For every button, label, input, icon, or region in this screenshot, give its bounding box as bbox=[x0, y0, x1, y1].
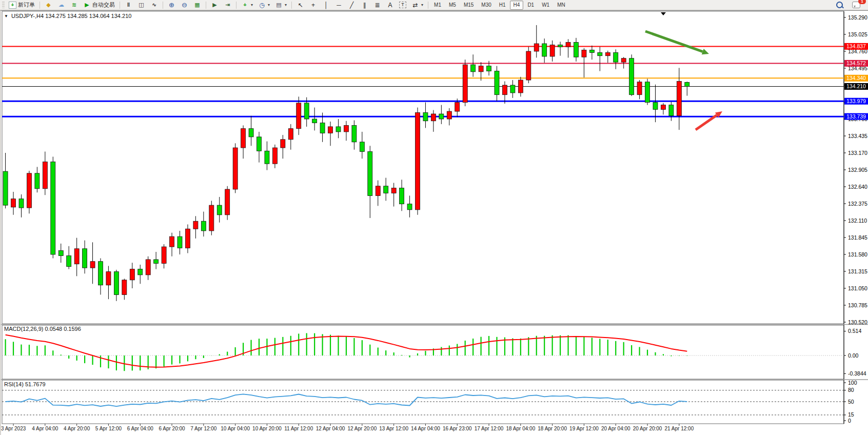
cursor-icon: ↖ bbox=[297, 2, 304, 9]
periods-button[interactable]: ◷▾ bbox=[255, 0, 272, 10]
templates-icon: ▤ bbox=[275, 2, 283, 9]
timeframe-h4[interactable]: H4 bbox=[510, 1, 524, 10]
svg-text:5 Apr 12:00: 5 Apr 12:00 bbox=[95, 426, 122, 431]
crosshair-button[interactable]: + bbox=[307, 0, 320, 10]
timeframe-m1[interactable]: M1 bbox=[430, 1, 445, 10]
templates-caret-icon: ▾ bbox=[285, 3, 287, 7]
timeframe-m15[interactable]: M15 bbox=[460, 1, 477, 10]
toolbar-grip[interactable] bbox=[2, 2, 5, 8]
zoom-in-button[interactable]: ⊕ bbox=[165, 0, 178, 10]
crosshair-icon: + bbox=[309, 2, 317, 9]
rsi-label: RSI(14) 51.7679 bbox=[4, 381, 46, 387]
auto-trading-button[interactable]: ▶自动交易 bbox=[81, 0, 117, 10]
toolbar-right: 1 bbox=[834, 0, 868, 10]
main-toolbar: +新订单◆☁≋▶自动交易‖◫∿⊕⊖▦▶⇥+▾◷▾▤▾↖+│─╱∥≣AT⇄▾ M1… bbox=[0, 0, 868, 10]
svg-text:135.290: 135.290 bbox=[848, 14, 867, 21]
templates-button[interactable]: ▤▾ bbox=[272, 0, 289, 10]
signals-button[interactable]: ≋ bbox=[68, 0, 81, 10]
fibonacci-button[interactable]: ≣ bbox=[371, 0, 384, 10]
svg-text:11 Apr 12:00: 11 Apr 12:00 bbox=[284, 426, 313, 431]
svg-text:50: 50 bbox=[848, 399, 854, 405]
arrows-caret-icon: ▾ bbox=[421, 3, 423, 7]
toolbar-separator bbox=[163, 2, 163, 9]
svg-text:131.845: 131.845 bbox=[848, 234, 867, 241]
svg-text:131.050: 131.050 bbox=[848, 285, 867, 291]
trendline-button[interactable]: ╱ bbox=[345, 0, 358, 10]
timeframe-h1[interactable]: H1 bbox=[496, 1, 509, 10]
arrows-icon: ⇄ bbox=[411, 2, 419, 9]
svg-text:131.580: 131.580 bbox=[848, 251, 867, 258]
gold-button[interactable]: ◆ bbox=[42, 0, 55, 10]
indicators-icon: + bbox=[241, 2, 249, 9]
community-icon: ☁ bbox=[57, 2, 65, 9]
svg-text:14 Apr 04:00: 14 Apr 04:00 bbox=[411, 426, 440, 431]
svg-text:132.375: 132.375 bbox=[848, 201, 867, 207]
svg-text:130.785: 130.785 bbox=[848, 302, 867, 308]
periods-icon: ◷ bbox=[258, 2, 266, 9]
indicators-caret-icon: ▾ bbox=[251, 3, 253, 7]
indicators-button[interactable]: +▾ bbox=[239, 0, 255, 10]
candlestick-chart-button[interactable]: ◫ bbox=[135, 0, 148, 10]
svg-text:80: 80 bbox=[848, 387, 854, 393]
svg-text:21 Apr 12:00: 21 Apr 12:00 bbox=[664, 426, 694, 431]
svg-text:133.435: 133.435 bbox=[848, 133, 867, 139]
search-icon bbox=[836, 2, 843, 8]
zoom-in-icon: ⊕ bbox=[168, 2, 175, 9]
tile-windows-button[interactable]: ▦ bbox=[191, 0, 204, 10]
timeframe-w1[interactable]: W1 bbox=[538, 1, 553, 10]
svg-text:19 Apr 12:00: 19 Apr 12:00 bbox=[569, 426, 599, 431]
notifications-button[interactable]: 1 bbox=[850, 0, 863, 10]
bar-chart-button[interactable]: ‖ bbox=[122, 0, 135, 10]
svg-text:4 Apr 04:00: 4 Apr 04:00 bbox=[32, 426, 58, 431]
chart-canvas[interactable]: 135.290135.025134.760134.495134.230133.9… bbox=[1, 11, 868, 435]
svg-text:132.905: 132.905 bbox=[848, 167, 867, 173]
svg-text:134.210: 134.210 bbox=[846, 83, 866, 89]
notification-badge: 1 bbox=[858, 0, 866, 4]
chart-title: ▼ USDJPY-,H4 134.275 134.285 134.064 134… bbox=[4, 13, 131, 19]
timeframe-mn[interactable]: MN bbox=[554, 1, 569, 10]
horizontal-line-icon: ─ bbox=[335, 2, 343, 9]
text-button[interactable]: A bbox=[384, 0, 397, 10]
auto-scroll-button[interactable]: ▶ bbox=[208, 0, 221, 10]
timeframe-d1[interactable]: D1 bbox=[524, 1, 538, 10]
signals-icon: ≋ bbox=[70, 2, 78, 9]
timeframe-m30[interactable]: M30 bbox=[478, 1, 495, 10]
svg-text:7 Apr 12:00: 7 Apr 12:00 bbox=[190, 426, 217, 431]
macd-label: MACD(12,26,9) 0.0548 0.1596 bbox=[4, 326, 81, 332]
chart-title-text: USDJPY-,H4 134.275 134.285 134.064 134.2… bbox=[11, 13, 131, 19]
new-order-button[interactable]: +新订单 bbox=[6, 0, 37, 10]
zoom-out-button[interactable]: ⊖ bbox=[178, 0, 191, 10]
chart-shift-icon: ⇥ bbox=[224, 2, 231, 9]
gold-icon: ◆ bbox=[45, 2, 52, 9]
horizontal-line-button[interactable]: ─ bbox=[332, 0, 345, 10]
timeframe-m5[interactable]: M5 bbox=[445, 1, 460, 10]
new-order-icon: + bbox=[9, 2, 16, 9]
cursor-button[interactable]: ↖ bbox=[294, 0, 307, 10]
chart-window[interactable]: ▼ USDJPY-,H4 134.275 134.285 134.064 134… bbox=[0, 10, 868, 435]
community-button[interactable]: ☁ bbox=[55, 0, 68, 10]
line-chart-button[interactable]: ∿ bbox=[148, 0, 161, 10]
search-button[interactable] bbox=[834, 0, 845, 10]
svg-text:12 Apr 04:00: 12 Apr 04:00 bbox=[316, 426, 345, 431]
svg-text:134.340: 134.340 bbox=[846, 75, 866, 81]
svg-text:20 Apr 20:00: 20 Apr 20:00 bbox=[633, 426, 662, 431]
svg-text:16 Apr 23:00: 16 Apr 23:00 bbox=[443, 426, 472, 431]
svg-text:10 Apr 20:00: 10 Apr 20:00 bbox=[252, 426, 282, 431]
arrows-button[interactable]: ⇄▾ bbox=[409, 0, 426, 10]
vertical-line-button[interactable]: │ bbox=[320, 0, 332, 10]
svg-text:133.979: 133.979 bbox=[846, 98, 866, 104]
equidistant-channel-button[interactable]: ∥ bbox=[358, 0, 371, 10]
tile-windows-icon: ▦ bbox=[193, 2, 201, 9]
timeframe-toolbar: M1M5M15M30H1H4D1W1MN bbox=[430, 1, 569, 10]
svg-text:3 Apr 2023: 3 Apr 2023 bbox=[1, 426, 26, 431]
text-label-button[interactable]: T bbox=[397, 0, 409, 10]
toolbar-separator bbox=[206, 2, 206, 9]
bar-chart-icon: ‖ bbox=[125, 2, 132, 9]
svg-text:4 Apr 20:00: 4 Apr 20:00 bbox=[64, 426, 90, 431]
collapse-icon[interactable]: ▼ bbox=[4, 14, 8, 18]
time-axis[interactable]: 3 Apr 20234 Apr 04:004 Apr 20:005 Apr 12… bbox=[1, 424, 694, 431]
periods-caret-icon: ▾ bbox=[268, 3, 270, 7]
equidistant-channel-icon: ∥ bbox=[361, 2, 368, 9]
price-axis-labels: 134.837134.572134.340134.210133.979133.7… bbox=[844, 43, 868, 120]
chart-shift-button[interactable]: ⇥ bbox=[221, 0, 234, 10]
